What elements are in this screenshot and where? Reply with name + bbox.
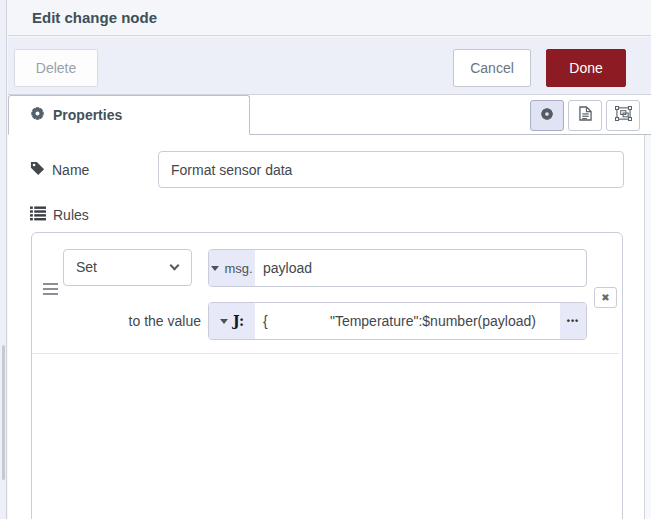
name-field-label: Name [30, 158, 89, 182]
rules-list: Set msg. ✖ to the value J: { [31, 232, 623, 519]
done-button[interactable]: Done [546, 49, 626, 87]
tab-properties-label: Properties [53, 107, 122, 123]
document-icon [579, 106, 592, 125]
caret-down-icon [211, 266, 219, 271]
dialog-title: Edit change node [32, 0, 157, 35]
to-the-value-label: to the value [72, 303, 201, 340]
tag-icon [30, 161, 45, 179]
dialog-button-bar: Delete Cancel Done [8, 37, 651, 95]
cancel-button[interactable]: Cancel [453, 49, 531, 87]
rule-divider [32, 353, 619, 354]
tray-resize-bar[interactable] [0, 0, 7, 519]
expression-input[interactable]: { "Temperature":$number(payload) [255, 303, 560, 339]
object-group-icon [615, 106, 632, 125]
tab-bar: Properties [8, 95, 651, 135]
property-input[interactable] [255, 250, 586, 286]
chevron-down-icon [170, 261, 180, 271]
dialog-header: Edit change node [8, 0, 651, 36]
close-icon: ✖ [601, 292, 609, 303]
ellipsis-icon: ••• [567, 316, 579, 326]
remove-rule-button[interactable]: ✖ [594, 287, 617, 308]
caret-down-icon [220, 319, 228, 324]
properties-view-button[interactable] [530, 100, 564, 131]
rule-drag-handle-icon[interactable] [43, 283, 58, 298]
delete-button[interactable]: Delete [14, 49, 98, 87]
description-view-button[interactable] [568, 100, 602, 131]
rules-section-label: Rules [30, 203, 89, 227]
value-type-button[interactable]: J: [209, 303, 255, 339]
gear-icon [30, 106, 45, 124]
list-icon [30, 206, 46, 224]
property-type-button[interactable]: msg. [209, 250, 255, 286]
rule-action-select[interactable]: Set [63, 249, 192, 286]
name-input[interactable] [158, 151, 624, 188]
expand-expression-button[interactable]: ••• [560, 303, 586, 339]
tab-properties[interactable]: Properties [8, 95, 250, 135]
edit-change-node-dialog: Edit change node Delete Cancel Done [0, 0, 651, 519]
jsonata-expression-icon: J: [233, 313, 244, 329]
rule-property-typed-input: msg. [208, 249, 587, 287]
gear-icon [540, 107, 554, 125]
properties-panel: Name Rules Set [8, 135, 645, 519]
property-type-label: msg. [224, 261, 252, 276]
rule-action-value: Set [76, 250, 97, 285]
rule-value-typed-input: J: { "Temperature":$number(payload) ••• [208, 302, 587, 340]
tray-resize-grip-icon[interactable] [2, 345, 5, 480]
appearance-view-button[interactable] [606, 100, 640, 131]
